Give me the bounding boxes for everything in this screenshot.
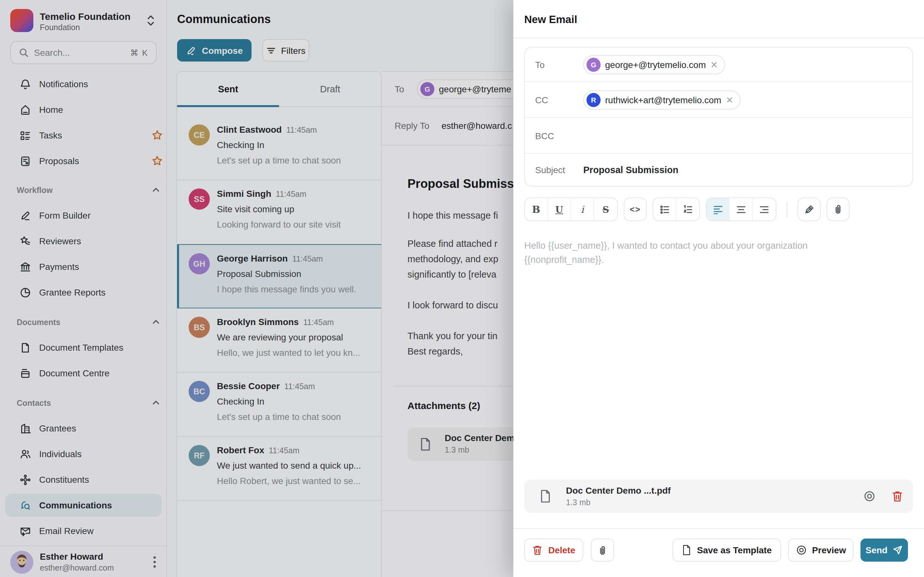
bold-button[interactable]: B <box>525 198 548 221</box>
footer-actions: Save as Template Preview Send <box>672 538 908 562</box>
cc-row[interactable]: CC R ruthwick+art@trytemelio.com ✕ <box>525 82 913 118</box>
toolbar-divider <box>787 201 787 217</box>
editor-placeholder-line: Hello {{user_name}}, I wanted to contact… <box>524 239 808 253</box>
subject-row[interactable]: Subject Proposal Submission <box>525 154 913 186</box>
save-as-template-label: Save as Template <box>697 545 772 555</box>
preview-button[interactable]: Preview <box>788 538 853 562</box>
editor-placeholder-line: {{nonprofit_name}}. <box>524 253 808 267</box>
numbered-list-icon <box>683 204 693 214</box>
underline-button[interactable]: U <box>548 198 571 221</box>
to-recipient-chip[interactable]: G george+@trytemelio.com ✕ <box>583 55 725 74</box>
align-center-button[interactable] <box>730 198 753 221</box>
editor-toolbar: B U i S <> <box>524 197 850 221</box>
preview-label: Preview <box>812 545 846 555</box>
delete-button[interactable]: Delete <box>524 538 583 562</box>
delete-attachment-icon[interactable] <box>891 490 903 503</box>
new-email-modal: New Email To G george+@trytemelio.com ✕ … <box>513 0 924 577</box>
to-row[interactable]: To G george+@trytemelio.com ✕ <box>525 47 913 82</box>
app: Temelio Foundation Foundation Search... … <box>0 0 924 577</box>
attach-file-button[interactable] <box>591 538 614 562</box>
cc-recipient-chip[interactable]: R ruthwick+art@trytemelio.com ✕ <box>583 90 740 109</box>
attachment-name: Doc Center Demo ...t.pdf <box>566 485 671 496</box>
bcc-label: BCC <box>535 131 583 141</box>
bcc-row[interactable]: BCC <box>525 118 913 154</box>
paperclip-icon <box>833 204 843 215</box>
bullet-list-icon <box>659 204 670 214</box>
align-right-icon <box>759 205 769 214</box>
save-as-template-button[interactable]: Save as Template <box>672 538 781 562</box>
recipient-fields-card: To G george+@trytemelio.com ✕ CC R ruthw… <box>524 47 913 187</box>
italic-button[interactable]: i <box>571 198 594 221</box>
modal-title: New Email <box>524 13 577 26</box>
chip-email: george+@trytemelio.com <box>605 59 706 69</box>
code-button[interactable]: <> <box>624 197 647 221</box>
pen-nib-icon <box>804 204 814 215</box>
remove-recipient-icon[interactable]: ✕ <box>726 95 733 105</box>
bullet-list-button[interactable] <box>653 198 676 221</box>
preview-eye-icon <box>795 544 807 556</box>
send-label: Send <box>866 545 887 555</box>
strikethrough-button[interactable]: S <box>594 198 617 221</box>
subject-value: Proposal Submission <box>583 165 678 175</box>
numbered-list-button[interactable] <box>676 198 699 221</box>
trash-icon <box>532 544 543 556</box>
attach-button[interactable] <box>827 197 850 221</box>
send-icon <box>893 545 903 555</box>
align-left-icon <box>712 205 723 214</box>
divider <box>513 528 924 529</box>
subject-label: Subject <box>535 165 583 175</box>
file-icon <box>539 489 552 503</box>
align-center-icon <box>736 205 746 214</box>
attachment-size: 1.3 mb <box>566 498 590 507</box>
align-left-button[interactable] <box>706 198 730 221</box>
divider <box>513 38 924 39</box>
align-right-button[interactable] <box>753 198 776 221</box>
send-button[interactable]: Send <box>861 538 908 562</box>
signature-button[interactable] <box>798 197 821 221</box>
chip-email: ruthwick+art@trytemelio.com <box>605 95 721 105</box>
modal-attachment-row: Doc Center Demo ...t.pdf 1.3 mb <box>524 480 913 513</box>
remove-recipient-icon[interactable]: ✕ <box>710 59 718 69</box>
email-body-editor[interactable]: Hello {{user_name}}, I wanted to contact… <box>524 239 808 267</box>
preview-attachment-icon[interactable] <box>863 490 876 503</box>
avatar: G <box>586 57 601 71</box>
avatar: R <box>586 93 601 107</box>
file-icon <box>682 544 692 556</box>
to-label: To <box>535 59 583 69</box>
cc-label: CC <box>535 95 583 105</box>
paperclip-icon <box>598 545 607 556</box>
delete-label: Delete <box>548 545 575 555</box>
